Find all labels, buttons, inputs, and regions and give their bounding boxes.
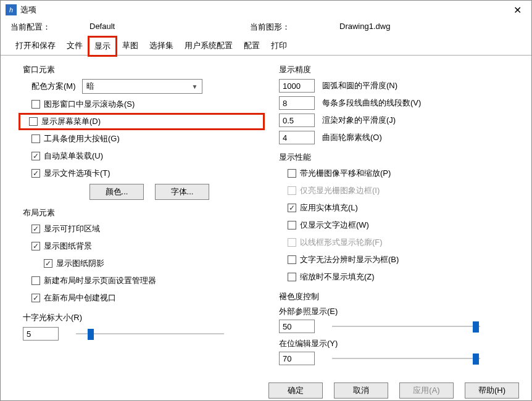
slider-thumb[interactable] bbox=[473, 353, 479, 365]
chevron-down-icon: ▼ bbox=[192, 83, 198, 90]
tab-selection[interactable]: 选择集 bbox=[144, 37, 178, 56]
cancel-button[interactable]: 取消 bbox=[334, 382, 388, 399]
drawing-label: 当前图形： bbox=[250, 22, 339, 33]
label-create-viewport: 在新布局中创建视口 bbox=[44, 292, 116, 304]
checkbox-solid-fill[interactable] bbox=[288, 204, 296, 212]
tab-plot[interactable]: 打印 bbox=[266, 37, 292, 56]
checkbox-text-frame[interactable] bbox=[288, 221, 296, 229]
fade-title: 褪色度控制 bbox=[279, 291, 519, 302]
label-paper-shadow: 显示图纸阴影 bbox=[56, 258, 104, 269]
polyline-segments-input[interactable] bbox=[279, 96, 315, 110]
checkbox-large-buttons[interactable] bbox=[31, 134, 40, 143]
config-label: 当前配置： bbox=[10, 22, 89, 33]
label-paper-bg: 显示图纸背景 bbox=[44, 241, 92, 252]
label-text-blur: 文字无法分辨时显示为框(B) bbox=[300, 254, 399, 265]
label-pagesetup-mgr: 新建布局时显示页面设置管理器 bbox=[44, 275, 156, 286]
tab-drafting[interactable]: 草图 bbox=[117, 37, 143, 56]
window-elements-title: 窗口元素 bbox=[23, 64, 263, 75]
checkbox-raster-pan[interactable] bbox=[288, 169, 296, 178]
checkbox-auto-menu-load[interactable] bbox=[31, 152, 40, 160]
surface-isolines-label: 曲面轮廓素线(O) bbox=[322, 132, 382, 143]
ok-button[interactable]: 确定 bbox=[268, 382, 323, 399]
close-icon[interactable]: ✕ bbox=[508, 4, 526, 16]
label-file-tabs: 显示文件选项卡(T) bbox=[44, 168, 110, 179]
slider-track bbox=[332, 358, 480, 359]
tab-user-pref[interactable]: 用户系统配置 bbox=[180, 37, 238, 56]
xref-fade-input[interactable] bbox=[279, 320, 315, 333]
tab-display[interactable]: 显示 bbox=[89, 37, 116, 56]
crosshair-slider[interactable] bbox=[76, 328, 224, 340]
label-raster-frame: 仅亮显光栅图象边框(I) bbox=[300, 185, 380, 196]
colors-button[interactable]: 颜色... bbox=[89, 184, 144, 200]
label-auto-menu-load: 自动菜单装载(U) bbox=[44, 151, 103, 162]
label-zoom-nofill: 缩放时不显示填充(Z) bbox=[300, 271, 375, 283]
app-icon: h bbox=[6, 4, 17, 15]
apply-button: 应用(A) bbox=[399, 382, 454, 399]
performance-title: 显示性能 bbox=[279, 152, 519, 163]
label-wireframe-sil: 以线框形式显示轮廓(F) bbox=[300, 237, 383, 248]
checkbox-zoom-nofill[interactable] bbox=[288, 273, 296, 281]
polyline-segments-label: 每条多段线曲线的线段数(V) bbox=[322, 97, 421, 109]
tab-profiles[interactable]: 配置 bbox=[239, 37, 265, 56]
slider-track bbox=[76, 333, 224, 334]
checkbox-pagesetup-mgr[interactable] bbox=[31, 276, 40, 285]
tab-bar: 打开和保存 文件 显示 草图 选择集 用户系统配置 配置 打印 bbox=[1, 36, 531, 56]
label-screen-menu: 显示屏幕菜单(D) bbox=[41, 116, 101, 127]
arc-smoothness-label: 圆弧和圆的平滑度(N) bbox=[322, 80, 397, 91]
inplace-fade-input[interactable] bbox=[279, 352, 315, 365]
label-printable-area: 显示可打印区域 bbox=[44, 223, 100, 234]
label-text-frame: 仅显示文字边框(W) bbox=[300, 220, 369, 231]
checkbox-text-blur[interactable] bbox=[288, 255, 296, 264]
tab-files[interactable]: 文件 bbox=[62, 37, 88, 56]
checkbox-printable-area[interactable] bbox=[31, 225, 40, 233]
drawing-value: Drawing1.dwg bbox=[339, 22, 390, 33]
window-title: 选项 bbox=[20, 4, 508, 15]
slider-thumb[interactable] bbox=[88, 329, 94, 340]
xref-fade-slider[interactable] bbox=[332, 320, 480, 333]
checkbox-paper-shadow[interactable] bbox=[44, 259, 52, 268]
checkbox-screen-menu[interactable] bbox=[29, 117, 38, 126]
help-button[interactable]: 帮助(H) bbox=[465, 382, 519, 399]
config-value: Default bbox=[89, 22, 250, 33]
checkbox-wireframe-sil bbox=[288, 238, 296, 247]
color-scheme-select[interactable]: 暗 ▼ bbox=[82, 79, 202, 94]
label-large-buttons: 工具条使用大按钮(G) bbox=[44, 133, 120, 144]
crosshair-input[interactable] bbox=[23, 327, 59, 341]
checkbox-scrollbars[interactable] bbox=[31, 100, 40, 109]
slider-track bbox=[332, 326, 480, 327]
precision-title: 显示精度 bbox=[279, 64, 519, 75]
label-solid-fill: 应用实体填充(L) bbox=[300, 202, 358, 213]
crosshair-title: 十字光标大小(R) bbox=[23, 312, 263, 323]
color-scheme-value: 暗 bbox=[86, 81, 94, 92]
label-scrollbars: 图形窗口中显示滚动条(S) bbox=[44, 99, 135, 110]
label-raster-pan: 带光栅图像平移和缩放(P) bbox=[300, 168, 391, 179]
inplace-fade-slider[interactable] bbox=[332, 352, 480, 365]
inplace-fade-label: 在位编辑显示(Y) bbox=[279, 338, 519, 349]
arc-smoothness-input[interactable] bbox=[279, 79, 315, 93]
fonts-button[interactable]: 字体... bbox=[155, 184, 209, 200]
render-smoothness-label: 渲染对象的平滑度(J) bbox=[322, 115, 396, 126]
surface-isolines-input[interactable] bbox=[279, 131, 315, 144]
layout-elements-title: 布局元素 bbox=[23, 207, 263, 218]
tab-open-save[interactable]: 打开和保存 bbox=[10, 37, 60, 56]
xref-fade-label: 外部参照显示(E) bbox=[279, 306, 519, 317]
checkbox-file-tabs[interactable] bbox=[31, 169, 40, 178]
checkbox-create-viewport[interactable] bbox=[31, 294, 40, 302]
checkbox-paper-bg[interactable] bbox=[31, 242, 40, 250]
checkbox-raster-frame bbox=[288, 186, 296, 195]
color-scheme-label: 配色方案(M) bbox=[31, 81, 76, 92]
render-smoothness-input[interactable] bbox=[279, 114, 315, 127]
slider-thumb[interactable] bbox=[473, 321, 479, 333]
